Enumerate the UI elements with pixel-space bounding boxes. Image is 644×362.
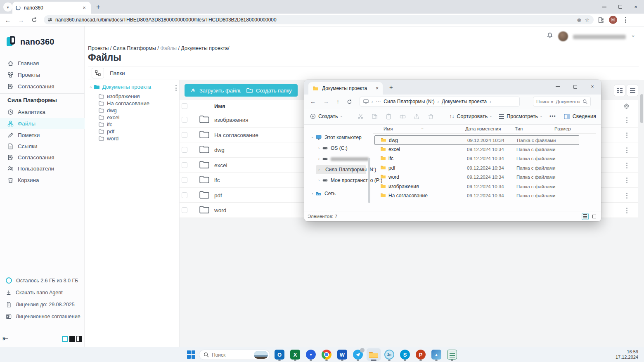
- folder-tree-toggle-button[interactable]: [92, 68, 104, 78]
- file-name[interactable]: pdf: [214, 192, 222, 199]
- sidebar-item-faily[interactable]: Файлы: [0, 118, 85, 129]
- row-checkbox[interactable]: [182, 177, 187, 183]
- chevron-collapsed-icon[interactable]: ›: [318, 178, 320, 182]
- breadcrumb-faily[interactable]: Файлы: [160, 45, 177, 51]
- nav-this-pc[interactable]: › Этот компьютер: [309, 133, 364, 142]
- column-name[interactable]: Имя: [384, 126, 393, 131]
- tree-collapse-caret-icon[interactable]: ›: [88, 86, 93, 88]
- explorer-up-icon[interactable]: ↑: [336, 98, 339, 105]
- extensions-puzzle-icon[interactable]: [595, 14, 606, 25]
- address-bar[interactable]: nano360.nanocad.ru/bim/docs/THBED803A3D8…: [44, 15, 594, 24]
- row-menu-kebab-icon[interactable]: [626, 163, 627, 168]
- row-checkbox[interactable]: [182, 192, 187, 198]
- download-agent-link[interactable]: Скачать nano Agent: [0, 290, 85, 296]
- nav-network[interactable]: › Сеть: [309, 189, 338, 198]
- start-button[interactable]: [184, 348, 198, 361]
- tree-item[interactable]: изображения: [99, 93, 140, 100]
- page-scrollbar-thumb[interactable]: [640, 94, 643, 123]
- explorer-row[interactable]: На согласование09.12.2024 10:34Папка с ф…: [374, 191, 579, 201]
- sidebar-item-glavnaya[interactable]: Главная: [0, 58, 85, 69]
- tree-item[interactable]: pdf: [99, 128, 114, 135]
- rename-button[interactable]: [400, 114, 406, 120]
- row-menu-kebab-icon[interactable]: [626, 117, 627, 123]
- row-menu-kebab-icon[interactable]: [626, 193, 627, 199]
- taskbar-notes[interactable]: [445, 348, 459, 361]
- chevron-collapsed-icon[interactable]: ›: [318, 168, 320, 172]
- search-highlight-image[interactable]: [254, 351, 268, 359]
- taskbar-skype[interactable]: S: [398, 348, 412, 361]
- taskbar-telegram[interactable]: [351, 348, 365, 361]
- explorer-new-tab-button[interactable]: +: [389, 83, 393, 90]
- explorer-row[interactable]: excel09.12.2024 10:34Папка с файлами: [374, 145, 579, 154]
- status-large-icons-button[interactable]: [591, 213, 598, 220]
- explorer-row[interactable]: pdf09.12.2024 10:34Папка с файлами: [374, 163, 579, 173]
- chevron-collapsed-icon[interactable]: ›: [318, 157, 320, 161]
- row-checkbox[interactable]: [182, 132, 187, 138]
- theme-mixed-swatch[interactable]: [76, 336, 82, 342]
- tree-item[interactable]: dwg: [99, 107, 117, 114]
- theme-dark-swatch[interactable]: [69, 336, 75, 342]
- chevron-collapsed-icon[interactable]: ›: [318, 146, 320, 150]
- row-menu-kebab-icon[interactable]: [626, 147, 627, 153]
- new-tab-button[interactable]: +: [94, 3, 102, 11]
- row-menu-kebab-icon[interactable]: [626, 208, 627, 213]
- sidebar-item-korzina[interactable]: Корзина: [0, 175, 85, 186]
- browser-close-button[interactable]: ×: [627, 0, 644, 14]
- nano360-logo[interactable]: nano360: [7, 36, 54, 47]
- user-menu-chevron-down-icon[interactable]: ›: [630, 35, 637, 37]
- taskbar-powerpoint[interactable]: P: [414, 348, 428, 361]
- file-name[interactable]: На согласование: [214, 132, 258, 138]
- file-name[interactable]: excel: [214, 162, 227, 168]
- row-menu-kebab-icon[interactable]: [626, 177, 627, 183]
- explorer-row[interactable]: изображения09.12.2024 10:34Папка с файла…: [374, 182, 579, 192]
- share-button[interactable]: [414, 114, 420, 120]
- sidebar-item-proekty[interactable]: Проекты: [0, 69, 85, 80]
- breadcrumb-dokumenty-proekta[interactable]: Документы проекта/: [181, 45, 229, 51]
- path-ellipsis[interactable]: ⋯: [376, 99, 381, 104]
- collapse-sidebar-icon[interactable]: ⇤: [2, 334, 8, 343]
- browser-tab[interactable]: nano360 ×: [12, 2, 91, 14]
- cut-button[interactable]: [358, 114, 364, 120]
- column-date[interactable]: Дата изменения: [465, 126, 501, 131]
- tree-root-dokumenty-proekta[interactable]: › Документы проекта: [90, 84, 151, 90]
- file-name[interactable]: word: [214, 207, 226, 213]
- grid-view-toggle-button[interactable]: [614, 85, 625, 96]
- tree-item[interactable]: word: [99, 135, 118, 142]
- browser-menu-kebab-icon[interactable]: [620, 14, 631, 25]
- path-segment-folder[interactable]: Документы проекта: [442, 99, 487, 104]
- tree-root-kebab-icon[interactable]: [175, 85, 177, 91]
- sidebar-item-ssylki[interactable]: Ссылки: [0, 141, 85, 152]
- explorer-tab-close-icon[interactable]: ×: [376, 85, 379, 91]
- breadcrumb-proekty[interactable]: Проекты: [88, 45, 109, 51]
- nav-drive-redacted[interactable]: ›: [316, 154, 371, 163]
- bookmark-star-icon[interactable]: ☆: [585, 17, 590, 23]
- row-checkbox[interactable]: [182, 147, 187, 153]
- column-type[interactable]: Тип: [515, 126, 523, 131]
- name-column-header[interactable]: Имя: [214, 103, 225, 109]
- explorer-row[interactable]: word09.12.2024 10:34Папка с файлами: [374, 173, 579, 182]
- row-checkbox[interactable]: [182, 162, 187, 168]
- browser-profile-avatar[interactable]: M: [608, 14, 618, 25]
- reload-icon[interactable]: [29, 14, 40, 25]
- taskbar-excel[interactable]: X: [288, 348, 302, 361]
- list-view-toggle-button[interactable]: [627, 85, 638, 96]
- taskbar-blue-app[interactable]: ●: [304, 348, 318, 361]
- new-button[interactable]: Создать ›: [310, 114, 342, 119]
- forward-icon[interactable]: →: [16, 14, 26, 25]
- browser-minimize-button[interactable]: [596, 0, 613, 14]
- explorer-close-button[interactable]: ×: [584, 80, 601, 94]
- theme-light-swatch[interactable]: [62, 336, 68, 342]
- taskbar-clock[interactable]: 16:59 17.12.2024: [616, 349, 638, 360]
- explorer-minimize-button[interactable]: [549, 80, 566, 94]
- taskbar-search-input[interactable]: [212, 352, 251, 358]
- sidebar-item-polzovateli[interactable]: Пользователи: [0, 163, 85, 174]
- tab-search-chevron-icon[interactable]: ▾: [3, 2, 12, 12]
- nav-drive-n-selected[interactable]: › Сила Платформы (N:): [316, 165, 366, 174]
- tree-item[interactable]: excel: [99, 114, 119, 121]
- view-button[interactable]: Просмотреть ›: [499, 114, 542, 119]
- nav-drive-c[interactable]: › OS (C:): [316, 144, 350, 153]
- explorer-maximize-button[interactable]: [566, 80, 584, 94]
- create-folder-button[interactable]: Создать папку: [241, 84, 298, 97]
- explorer-address-bar[interactable]: › ⋯ Сила Платформы (N:) › Документы прое…: [360, 97, 520, 106]
- status-list-view-button[interactable]: [582, 213, 589, 220]
